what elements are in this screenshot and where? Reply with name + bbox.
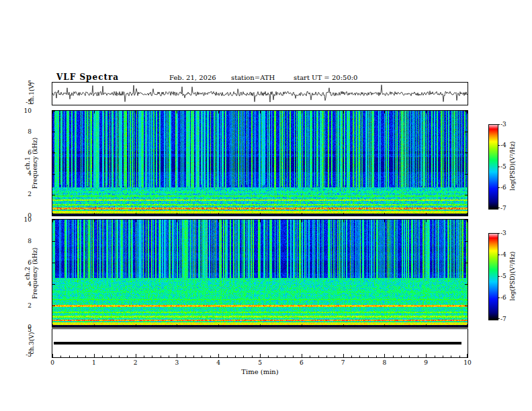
ch2-spectrogram-canvas [52,219,468,328]
x-tick-label: 3 [175,360,179,366]
colorbar-tick-mark [498,208,500,208]
colorbar-tick-label: -4 [500,252,506,258]
x-tick-label: 5 [258,360,262,366]
colorbar-tick-mark [498,124,500,125]
x-tick-label: 4 [216,360,220,366]
ch1-spectrogram-canvas [52,110,468,216]
plot-date: Feb. 21, 2026 [169,74,216,81]
y-tick-label: -5 [14,99,32,105]
x-tick-label: 0 [50,360,54,366]
ch1-waveform-canvas [52,82,468,105]
y-tick-label: 4 [14,281,32,287]
colorbar-tick-label: -3 [500,122,506,128]
ch1-axis-label-line2: Frequency (kHz) [32,138,39,189]
colorbar-tick-label: -6 [500,295,506,301]
y-tick-label: 5 [14,81,32,87]
y-tick-label: 6 [14,150,32,156]
plot-title: VLF Spectra [56,73,119,82]
colorbar-tick-mark [498,233,500,234]
colorbar-tick-label: -5 [500,164,506,170]
x-tick-label: 2 [134,360,138,366]
colorbar-tick-mark [498,255,500,255]
ch1-frequency-axis-label: ch.1 Frequency (kHz) [24,138,40,189]
x-axis-label: Time (min) [241,368,278,375]
y-tick-label: 6 [14,260,32,266]
x-tick-label: 1 [92,360,96,366]
colorbar-ch2 [488,233,498,320]
plot-start-ut: start UT = 20:50:0 [294,74,357,81]
vlf-spectra-figure: VLF Spectra Feb. 21, 2026 station=ATH st… [0,0,532,411]
colorbar-ch1-label: log(PSD)(V²/Hz) [509,141,517,190]
x-tick-label: 9 [424,360,428,366]
x-tick-label: 10 [463,360,471,366]
y-tick-label: 8 [14,238,32,244]
ch2-axis-label-line1: ch.2 [24,248,32,300]
ch2-axis-label-line2: Frequency (kHz) [32,248,39,300]
y-tick-label: 10 [14,217,32,223]
colorbar-tick-mark [498,318,500,319]
y-tick-label: -5 [14,352,32,358]
x-tick-label: 8 [383,360,387,366]
colorbar-tick-label: -6 [500,185,506,191]
colorbar-tick-mark [498,145,500,146]
colorbar-tick-mark [498,167,500,167]
y-tick-label: 10 [14,108,32,114]
colorbar-tick-label: -3 [500,230,506,236]
y-tick-label: 4 [14,171,32,177]
y-tick-label: 2 [14,303,32,309]
plot-station: station=ATH [231,74,275,81]
colorbar-tick-label: -7 [500,316,506,322]
ch1-axis-label-line1: ch.1 [24,138,32,189]
colorbar-tick-mark [498,298,500,298]
y-tick-label: 5 [14,327,32,333]
colorbar-tick-mark [498,187,500,188]
colorbar-tick-mark [498,276,500,277]
colorbar-tick-label: -7 [500,205,506,212]
colorbar-ch1 [488,124,498,210]
colorbar-tick-label: -5 [500,273,506,279]
ch3-waveform-canvas [52,328,468,358]
ch2-frequency-axis-label: ch.2 Frequency (kHz) [24,248,40,300]
y-tick-label: 8 [14,129,32,135]
colorbar-ch2-label: log(PSD)(V²/Hz) [509,251,517,300]
colorbar-tick-label: -4 [500,142,506,148]
x-tick-label: 6 [300,360,304,366]
y-tick-label: 2 [14,191,32,197]
x-tick-label: 7 [341,360,345,366]
